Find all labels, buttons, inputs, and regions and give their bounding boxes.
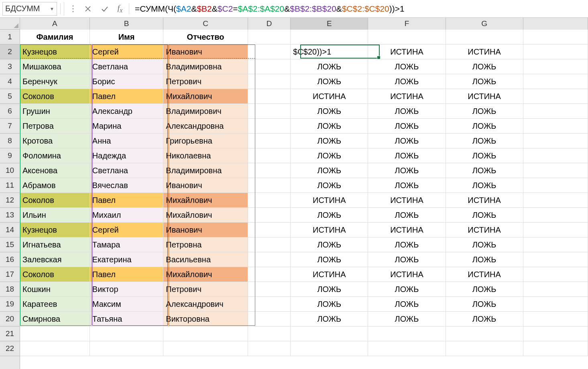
cell-c[interactable]: Иванович <box>163 178 248 193</box>
row-header-21[interactable]: 21 <box>0 326 20 341</box>
cell[interactable] <box>523 267 588 282</box>
cell-e[interactable]: ЛОЖЬ <box>291 297 368 312</box>
cell[interactable] <box>163 341 248 356</box>
row-header-3[interactable]: 3 <box>0 59 20 74</box>
cell-e[interactable]: $C$20))>1 <box>291 45 368 59</box>
cell[interactable] <box>248 59 291 74</box>
cell-b[interactable]: Александр <box>90 104 164 119</box>
cell-a[interactable]: Аксенова <box>20 163 90 178</box>
cell-e[interactable]: ЛОЖЬ <box>291 119 368 134</box>
cell-a[interactable]: Кошкин <box>20 282 90 297</box>
row-header-13[interactable]: 13 <box>0 208 20 223</box>
cell-a[interactable]: Залевская <box>20 252 90 267</box>
cell-g[interactable]: ЛОЖЬ <box>446 59 523 74</box>
row-header-7[interactable]: 7 <box>0 119 20 134</box>
cell[interactable] <box>523 193 588 208</box>
cell[interactable] <box>248 237 291 252</box>
row-header-18[interactable]: 18 <box>0 282 20 297</box>
cell-c[interactable]: Владимировна <box>163 163 248 178</box>
cell-c[interactable]: Николаевна <box>163 148 248 163</box>
cell[interactable] <box>523 223 588 237</box>
cell-f[interactable]: ЛОЖЬ <box>368 134 446 148</box>
cell-a[interactable]: Соколов <box>20 267 90 282</box>
cell-g[interactable]: ИСТИНА <box>446 267 523 282</box>
cell[interactable] <box>523 30 588 45</box>
row-header-6[interactable]: 6 <box>0 104 20 119</box>
cell[interactable] <box>20 341 90 356</box>
column-header-F[interactable]: F <box>368 18 446 30</box>
row-header-5[interactable]: 5 <box>0 89 20 104</box>
cell-e[interactable]: ЛОЖЬ <box>291 104 368 119</box>
name-box[interactable]: БДСУММ ▼ <box>2 2 57 16</box>
cell-c[interactable]: Владимировна <box>163 59 248 74</box>
cell-g[interactable]: ЛОЖЬ <box>446 163 523 178</box>
cell-g[interactable]: ЛОЖЬ <box>446 312 523 326</box>
cell-g[interactable]: ЛОЖЬ <box>446 237 523 252</box>
cell-f[interactable]: ЛОЖЬ <box>368 297 446 312</box>
column-header-A[interactable]: A <box>20 18 90 30</box>
row-header-12[interactable]: 12 <box>0 193 20 208</box>
cell-f[interactable]: ЛОЖЬ <box>368 252 446 267</box>
cell-g[interactable]: ЛОЖЬ <box>446 252 523 267</box>
fx-icon[interactable]: fx <box>114 4 126 14</box>
chevron-down-icon[interactable]: ▼ <box>50 6 54 11</box>
cell-f[interactable]: ЛОЖЬ <box>368 104 446 119</box>
cell-e[interactable]: ЛОЖЬ <box>291 163 368 178</box>
cell-e[interactable]: ЛОЖЬ <box>291 134 368 148</box>
cell[interactable] <box>248 267 291 282</box>
cell[interactable] <box>446 326 523 341</box>
cell-a[interactable]: Абрамов <box>20 178 90 193</box>
cell-f[interactable]: ИСТИНА <box>368 193 446 208</box>
cell[interactable] <box>523 89 588 104</box>
cell[interactable] <box>163 326 248 341</box>
cell-b[interactable]: Максим <box>90 297 164 312</box>
column-header-C[interactable]: C <box>163 18 248 30</box>
cell-f[interactable]: ИСТИНА <box>368 45 446 59</box>
cell-g[interactable]: ЛОЖЬ <box>446 178 523 193</box>
row-header-17[interactable]: 17 <box>0 267 20 282</box>
cell-g[interactable]: ЛОЖЬ <box>446 119 523 134</box>
row-header-8[interactable]: 8 <box>0 134 20 148</box>
cell-b[interactable]: Татьяна <box>90 312 164 326</box>
select-all-corner[interactable] <box>0 18 20 30</box>
cell-e[interactable]: ЛОЖЬ <box>291 208 368 223</box>
cell-f[interactable]: ИСТИНА <box>368 267 446 282</box>
cell-c[interactable]: Владимирович <box>163 104 248 119</box>
cell[interactable] <box>523 237 588 252</box>
cell-c[interactable]: Александрович <box>163 297 248 312</box>
cell[interactable] <box>368 326 446 341</box>
cell[interactable] <box>291 30 368 45</box>
cell[interactable] <box>523 119 588 134</box>
cell-b[interactable]: Михаил <box>90 208 164 223</box>
cell-a[interactable]: Соколов <box>20 89 90 104</box>
cell[interactable] <box>523 252 588 267</box>
cell-b[interactable]: Павел <box>90 89 164 104</box>
cell[interactable] <box>248 193 291 208</box>
cell-g[interactable]: ЛОЖЬ <box>446 297 523 312</box>
cell-f[interactable]: ЛОЖЬ <box>368 163 446 178</box>
cell-f[interactable]: ЛОЖЬ <box>368 237 446 252</box>
cell-a[interactable]: Каратеев <box>20 297 90 312</box>
enter-icon[interactable] <box>98 2 111 16</box>
cell-c[interactable]: Петровна <box>163 237 248 252</box>
cell[interactable] <box>523 104 588 119</box>
row-header-10[interactable]: 10 <box>0 163 20 178</box>
cell-b[interactable]: Павел <box>90 267 164 282</box>
cell[interactable] <box>291 326 368 341</box>
cell[interactable] <box>523 282 588 297</box>
cell[interactable] <box>248 252 291 267</box>
cell-g[interactable]: ЛОЖЬ <box>446 134 523 148</box>
cell-b[interactable]: Виктор <box>90 282 164 297</box>
column-header-B[interactable]: B <box>90 18 164 30</box>
cell-a[interactable]: Смирнова <box>20 312 90 326</box>
cell[interactable] <box>248 341 291 356</box>
cell-a[interactable]: Петрова <box>20 119 90 134</box>
cell[interactable] <box>248 297 291 312</box>
row-header-22[interactable]: 22 <box>0 341 20 356</box>
cell[interactable] <box>523 208 588 223</box>
formula-input[interactable]: =СУММ(Ч($A2&$B2&$C2=$A$2:$A$20&$B$2:$B$2… <box>132 2 586 16</box>
cell[interactable] <box>20 326 90 341</box>
cell-c[interactable]: Михайлович <box>163 193 248 208</box>
cell-b[interactable]: Борис <box>90 74 164 89</box>
column-header-E[interactable]: E <box>291 18 368 30</box>
